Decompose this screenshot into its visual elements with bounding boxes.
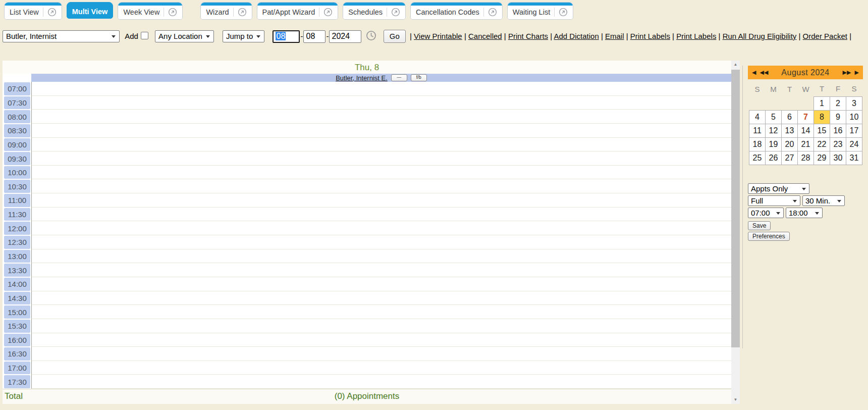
calendar-date-25[interactable]: 25 (749, 151, 766, 165)
toolbar-link[interactable]: Print Charts (508, 32, 548, 40)
calendar-date-9[interactable]: 9 (830, 110, 846, 124)
calendar-date-5[interactable]: 5 (766, 110, 782, 124)
toolbar-link[interactable]: View Printable (414, 32, 462, 40)
location-select[interactable]: Any Location (155, 30, 214, 42)
scrollbar-thumb[interactable] (731, 70, 740, 347)
calendar-date-7[interactable]: 7 (798, 110, 814, 124)
calendar-date-22[interactable]: 22 (814, 137, 830, 151)
slot-cell[interactable] (31, 319, 731, 333)
provider-select[interactable]: Butler, Internist (3, 30, 120, 42)
slot-cell[interactable] (31, 193, 731, 208)
tab-cancellation-codes[interactable]: Cancellation Codes (410, 2, 503, 20)
calendar-date-4[interactable]: 4 (749, 110, 766, 124)
slot-cell[interactable] (31, 82, 731, 96)
popout-icon[interactable] (488, 8, 497, 17)
popout-icon[interactable] (559, 8, 568, 17)
slot-cell[interactable] (31, 221, 731, 235)
interval-select[interactable]: 30 Min. (802, 195, 845, 206)
calendar-date-20[interactable]: 20 (782, 137, 798, 151)
calendar-date-21[interactable]: 21 (798, 137, 814, 151)
slot-cell[interactable] (31, 110, 731, 124)
go-button[interactable]: Go (384, 30, 406, 43)
toolbar-link[interactable]: Cancelled (468, 32, 502, 40)
date-month-input[interactable]: 08 (273, 30, 300, 43)
toolbar-link[interactable]: Email (605, 32, 624, 40)
calendar-date-27[interactable]: 27 (782, 151, 798, 165)
toolbar-link[interactable]: Add Dictation (554, 32, 599, 40)
slot-cell[interactable] (31, 333, 731, 347)
filter-select[interactable]: Appts Only (748, 183, 809, 194)
toolbar-link[interactable]: Print Labels (630, 32, 670, 40)
slot-cell[interactable] (31, 151, 731, 166)
calendar-date-19[interactable]: 19 (766, 137, 782, 151)
tab-waiting-list[interactable]: Waiting List (507, 2, 573, 20)
tab-week-view[interactable]: Week View (118, 2, 183, 20)
slot-cell[interactable] (31, 179, 731, 193)
popout-icon[interactable] (238, 8, 247, 17)
calendar-date-18[interactable]: 18 (749, 137, 766, 151)
calendar-date-26[interactable]: 26 (766, 151, 782, 165)
scroll-down-icon[interactable]: ▼ (731, 396, 740, 404)
tab-wizard[interactable]: Wizard (200, 2, 252, 20)
save-button[interactable]: Save (748, 221, 771, 230)
tab-schedules[interactable]: Schedules (343, 2, 406, 20)
start-time-select[interactable]: 07:00 (748, 208, 784, 218)
calendar-date-29[interactable]: 29 (814, 151, 830, 165)
end-time-select[interactable]: 18:00 (786, 208, 823, 218)
slot-cell[interactable] (31, 291, 731, 305)
slot-cell[interactable] (31, 166, 731, 180)
prev-year-icon[interactable]: ◀◀ (760, 69, 768, 76)
date-year-input[interactable]: 2024 (329, 30, 361, 43)
calendar-date-8[interactable]: 8 (814, 110, 830, 124)
provider-link[interactable]: Butler, Internist E. (336, 74, 388, 82)
slot-cell[interactable] (31, 249, 731, 264)
tab-list-view[interactable]: List View (4, 2, 62, 20)
scroll-up-icon[interactable]: ▲ (731, 61, 740, 69)
clock-icon[interactable] (366, 30, 376, 45)
popout-icon[interactable] (391, 8, 400, 17)
calendar-date-12[interactable]: 12 (766, 124, 782, 137)
toolbar-link[interactable]: Order Packet (803, 32, 847, 40)
preferences-button[interactable]: Preferences (748, 232, 790, 241)
calendar-date-3[interactable]: 3 (846, 96, 862, 110)
calendar-date-16[interactable]: 16 (830, 124, 846, 137)
calendar-date-24[interactable]: 24 (846, 137, 862, 151)
calendar-date-15[interactable]: 15 (814, 124, 830, 137)
calendar-date-10[interactable]: 10 (846, 110, 862, 124)
next-month-icon[interactable]: ▶ (855, 69, 859, 76)
calendar-date-31[interactable]: 31 (846, 151, 862, 165)
vertical-scrollbar[interactable]: ▲ ▼ (731, 61, 740, 404)
tab-pat-appt-wizard[interactable]: Pat/Appt Wizard (257, 2, 339, 20)
tab-multi-view[interactable]: Multi View (67, 2, 114, 19)
calendar-date-23[interactable]: 23 (830, 137, 846, 151)
popout-icon[interactable] (168, 8, 177, 17)
slot-cell[interactable] (31, 235, 731, 249)
slot-cell[interactable] (31, 208, 731, 222)
slot-cell[interactable] (31, 124, 731, 138)
calendar-date-6[interactable]: 6 (782, 110, 798, 124)
slot-cell[interactable] (31, 361, 731, 375)
popout-icon[interactable] (47, 8, 57, 17)
collapse-button[interactable]: — (391, 74, 407, 81)
slot-cell[interactable] (31, 96, 731, 110)
calendar-date-13[interactable]: 13 (782, 124, 798, 137)
toolbar-link[interactable]: Print Labels (676, 32, 716, 40)
fb-button[interactable]: f/b (411, 74, 427, 81)
calendar-date-30[interactable]: 30 (830, 151, 846, 165)
prev-month-icon[interactable]: ◀ (752, 69, 756, 76)
date-day-input[interactable]: 08 (303, 30, 326, 43)
calendar-date-1[interactable]: 1 (814, 96, 830, 110)
slot-cell[interactable] (31, 375, 731, 389)
add-checkbox[interactable] (141, 32, 148, 39)
popout-icon[interactable] (323, 8, 333, 17)
calendar-date-11[interactable]: 11 (749, 124, 766, 137)
calendar-date-14[interactable]: 14 (798, 124, 814, 137)
slot-cell[interactable] (31, 277, 731, 291)
slot-cell[interactable] (31, 305, 731, 319)
next-year-icon[interactable]: ▶▶ (843, 69, 851, 76)
calendar-date-28[interactable]: 28 (798, 151, 814, 165)
calendar-date-2[interactable]: 2 (830, 96, 846, 110)
slot-cell[interactable] (31, 138, 731, 152)
calendar-date-17[interactable]: 17 (846, 124, 862, 137)
slot-cell[interactable] (31, 347, 731, 361)
